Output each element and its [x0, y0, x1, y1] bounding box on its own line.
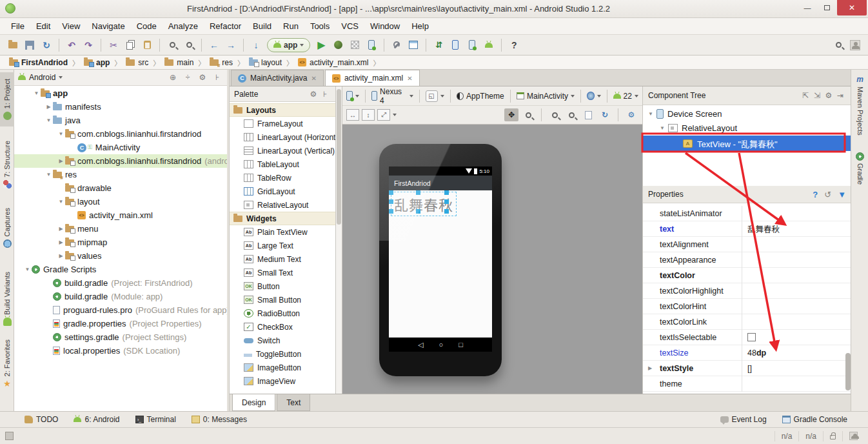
cut-icon[interactable]: ✂: [106, 37, 121, 53]
tool-tab-todo[interactable]: TODO: [17, 412, 66, 427]
expander-icon[interactable]: ▶: [44, 104, 53, 110]
sdk-manager-icon[interactable]: [481, 37, 497, 53]
menu-tools[interactable]: Tools: [304, 19, 335, 33]
tree-row-package[interactable]: ▼com.cnblogs.linianhui.firstandriod: [14, 127, 227, 141]
property-row-textsize[interactable]: textSize48dp: [643, 345, 851, 361]
phone-content[interactable]: 乱舞春秋: [389, 190, 492, 338]
menu-view[interactable]: View: [56, 19, 86, 33]
menu-file[interactable]: File: [5, 19, 30, 33]
reset-icon[interactable]: ↺: [824, 190, 831, 199]
lock-icon[interactable]: [823, 431, 842, 441]
hector-icon[interactable]: [842, 431, 864, 441]
palette-scrollbar[interactable]: [336, 86, 342, 394]
palette-item-small-text[interactable]: AbSmall Text: [230, 266, 336, 279]
forward-icon[interactable]: →: [223, 37, 239, 53]
save-icon[interactable]: [22, 37, 37, 53]
activity-selector[interactable]: MainActivity: [527, 92, 568, 101]
palette-item-plain-textview[interactable]: AbPlain TextView: [230, 225, 336, 239]
maximize-button[interactable]: [818, 1, 836, 14]
sync-icon[interactable]: ↻: [39, 37, 54, 53]
user-icon[interactable]: [847, 37, 863, 53]
ct-row-relativelayout[interactable]: ▼RelativeLayout: [643, 121, 851, 135]
palette-section-layouts[interactable]: Layouts: [230, 103, 336, 117]
project-view-selector[interactable]: Android: [29, 73, 55, 82]
property-row[interactable]: stateListAnimator: [643, 206, 851, 221]
expander-icon[interactable]: ▶: [57, 253, 65, 259]
menu-window[interactable]: Window: [364, 19, 406, 33]
search-everywhere-icon[interactable]: [831, 37, 846, 53]
fit-width-icon[interactable]: ↔: [346, 109, 359, 121]
tree-row-res[interactable]: ▼res: [14, 168, 227, 181]
expander-icon[interactable]: ▼: [57, 199, 65, 205]
breadcrumb-main[interactable]: main: [162, 58, 196, 67]
preview-doc-icon[interactable]: [581, 108, 595, 121]
tree-row-package-androidtest[interactable]: ▶com.cnblogs.linianhui.firstandriod(andr…: [14, 154, 227, 168]
zoom-in-icon[interactable]: [547, 108, 562, 121]
close-icon[interactable]: ✕: [407, 75, 412, 82]
run-icon[interactable]: ▶: [313, 37, 329, 53]
tree-row-proguard[interactable]: proguard-rules.pro(ProGuard Rules for ap…: [14, 303, 227, 317]
tree-row-local-properties[interactable]: local.properties(SDK Location): [14, 344, 227, 358]
selection-handle[interactable]: [444, 190, 449, 195]
selection-handle[interactable]: [389, 199, 393, 204]
expander-icon[interactable]: ▼: [32, 90, 41, 96]
open-icon[interactable]: [5, 37, 21, 53]
property-row[interactable]: theme: [643, 376, 851, 392]
debug-icon[interactable]: [330, 37, 346, 53]
property-row[interactable]: textAppearance: [643, 252, 851, 268]
expander-icon[interactable]: ▼: [660, 125, 668, 131]
palette-item-linearlayout-v[interactable]: LinearLayout (Vertical): [230, 144, 336, 157]
breadcrumb-app[interactable]: app: [81, 58, 112, 67]
pan-icon[interactable]: ✥: [504, 108, 518, 121]
palette-section-widgets[interactable]: Widgets: [230, 212, 336, 225]
device-config-icon[interactable]: [346, 91, 353, 101]
menu-help[interactable]: Help: [406, 19, 435, 33]
orientation-icon[interactable]: ◱: [426, 90, 438, 102]
property-row[interactable]: textColorLink: [643, 314, 851, 330]
palette-item-button[interactable]: OKButton: [230, 279, 336, 293]
hide-panel-icon[interactable]: ⊦: [319, 90, 331, 99]
help-icon[interactable]: ?: [506, 37, 522, 53]
menu-analyze[interactable]: Analyze: [163, 19, 204, 33]
expander-icon[interactable]: ▶: [57, 239, 65, 245]
checkbox[interactable]: [747, 333, 756, 341]
breadcrumb-project[interactable]: FirstAndriod: [6, 58, 70, 67]
tool-tab-build-variants[interactable]: Build Variants: [0, 263, 14, 334]
tree-row-gradle-scripts[interactable]: ▼Gradle Scripts: [14, 263, 227, 276]
expander-icon[interactable]: ▼: [648, 111, 656, 117]
tool-tab-maven[interactable]: m Maven Projects: [852, 75, 868, 156]
tool-tab-captures[interactable]: Captures: [0, 203, 14, 253]
refresh-icon[interactable]: ↻: [598, 108, 612, 121]
selection-handle[interactable]: [444, 199, 449, 204]
breadcrumb-layout[interactable]: layout: [246, 58, 284, 67]
tool-tab-messages[interactable]: 0: Messages: [184, 412, 255, 427]
expander-icon[interactable]: ▶: [57, 226, 65, 232]
attach-debugger-icon[interactable]: [364, 37, 379, 53]
palette-item-medium-text[interactable]: AbMedium Text: [230, 252, 336, 266]
device-selector[interactable]: Nexus 4: [380, 87, 407, 105]
copy-icon[interactable]: [123, 37, 138, 53]
palette-item-relativelayout[interactable]: RelativeLayout: [230, 198, 336, 212]
theme-selector[interactable]: AppTheme: [466, 92, 504, 101]
ct-row-device-screen[interactable]: ▼Device Screen: [643, 106, 851, 121]
tab-mainactivity-java[interactable]: C MainActivity.java✕: [231, 70, 324, 86]
property-row-textisselectable[interactable]: textIsSelectable: [643, 330, 851, 345]
tree-row-build-gradle-module[interactable]: build.gradle(Module: app): [14, 290, 227, 303]
palette-item-framelayout[interactable]: FrameLayout: [230, 117, 336, 130]
palette-item-togglebutton[interactable]: ToggleButton: [230, 347, 336, 361]
tree-row-layout[interactable]: ▼layout: [14, 195, 227, 208]
tool-tab-project[interactable]: 1: Project: [0, 72, 14, 126]
gear-icon[interactable]: ⚙: [308, 90, 319, 99]
locate-icon[interactable]: ⊕: [167, 73, 179, 82]
property-row-textstyle[interactable]: ▶textStyle[]: [643, 361, 851, 376]
expander-icon[interactable]: ▶: [57, 158, 65, 164]
tree-row-values[interactable]: ▶values: [14, 249, 227, 263]
redo-icon[interactable]: ↷: [81, 37, 96, 53]
menu-refactor[interactable]: Refactor: [204, 19, 247, 33]
menu-build[interactable]: Build: [247, 19, 277, 33]
sort-lines-icon[interactable]: ↓: [248, 37, 264, 53]
settings-wrench-icon[interactable]: [389, 37, 404, 53]
palette-item-gridlayout[interactable]: GridLayout: [230, 185, 336, 198]
paste-icon[interactable]: [139, 37, 155, 53]
palette-item-linearlayout-h[interactable]: LinearLayout (Horizontal): [230, 130, 336, 144]
